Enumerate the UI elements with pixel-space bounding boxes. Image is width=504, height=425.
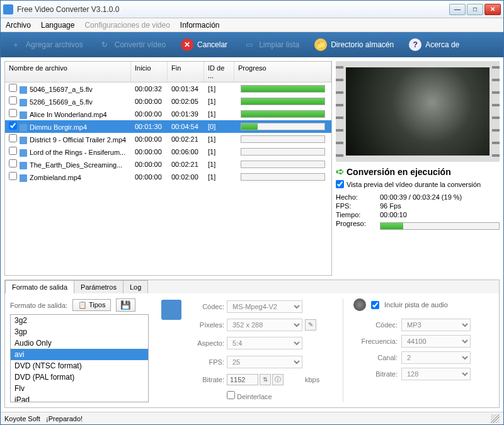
row-checkbox[interactable] bbox=[9, 109, 17, 117]
overall-progress bbox=[380, 222, 500, 230]
table-header: Nombre de archivo Inicio Fin ID de ... P… bbox=[5, 62, 331, 82]
resize-grip[interactable] bbox=[491, 414, 500, 423]
audio-canal-select[interactable]: 2 bbox=[401, 351, 471, 364]
table-row[interactable]: 5046_15697_a_5.flv00:00:3200:01:34[1] bbox=[5, 82, 331, 95]
folder-icon: 📁 bbox=[314, 38, 327, 51]
format-item[interactable]: 3g2 bbox=[11, 315, 148, 326]
format-label: Formato de salida: bbox=[10, 302, 67, 309]
pixels-edit-button[interactable]: ✎ bbox=[305, 319, 316, 331]
table-row[interactable]: Alice In Wonderland.mp400:00:0000:01:39[… bbox=[5, 108, 331, 120]
cancel-button[interactable]: ✕Cancelar bbox=[175, 35, 234, 55]
file-icon bbox=[20, 137, 27, 144]
bitrate-stepper[interactable]: ⇅ bbox=[260, 374, 271, 385]
row-progress bbox=[241, 98, 325, 105]
audio-freq-select[interactable]: 44100 bbox=[401, 335, 471, 348]
video-pixels-select[interactable]: 352 x 288 bbox=[227, 319, 302, 331]
save-format-button[interactable]: 💾 bbox=[116, 298, 135, 312]
row-checkbox[interactable] bbox=[9, 122, 17, 130]
format-item[interactable]: DVD (NTSC format) bbox=[11, 360, 148, 371]
row-progress bbox=[241, 148, 325, 156]
table-row[interactable]: District 9 - Official Trailer 2.mp400:00… bbox=[5, 133, 331, 145]
table-row[interactable]: Zombieland.mp400:00:0000:02:00[1] bbox=[5, 171, 331, 183]
file-table[interactable]: Nombre de archivo Inicio Fin ID de ... P… bbox=[4, 61, 332, 276]
storage-dir-button[interactable]: 📁Directorio almacén bbox=[308, 35, 400, 55]
file-icon bbox=[20, 174, 27, 182]
bitrate-info-button[interactable]: ⓘ bbox=[272, 374, 284, 385]
fps-label: FPS: bbox=[336, 202, 380, 210]
menu-archivo[interactable]: Archivo bbox=[6, 21, 31, 30]
row-progress bbox=[241, 135, 325, 143]
menu-info[interactable]: Información bbox=[180, 21, 220, 30]
status-vendor: Koyote Soft bbox=[4, 415, 40, 422]
add-files-button: ＋Agregar archivos bbox=[3, 35, 89, 55]
arrow-right-icon: ➪ bbox=[336, 166, 344, 178]
preview-panel: ➪Conversión en ejecución Vista previa de… bbox=[336, 61, 500, 276]
tab-log[interactable]: Log bbox=[123, 280, 148, 293]
file-icon bbox=[20, 149, 27, 157]
format-item[interactable]: Flv bbox=[11, 383, 148, 394]
row-progress bbox=[241, 173, 325, 181]
video-bitrate-input[interactable] bbox=[227, 374, 258, 385]
video-codec-select[interactable]: MS-Mpeg4-V2 bbox=[227, 300, 302, 313]
help-icon: ? bbox=[409, 38, 421, 51]
table-row[interactable]: The_Earth_Dies_Screaming...00:00:0000:02… bbox=[5, 158, 331, 171]
fps-value: 96 Fps bbox=[380, 202, 500, 210]
row-checkbox[interactable] bbox=[9, 84, 17, 92]
tab-parametros[interactable]: Parámetros bbox=[74, 280, 123, 293]
video-preview bbox=[336, 61, 500, 162]
format-list[interactable]: 3g23gpAudio OnlyaviDVD (NTSC format)DVD … bbox=[10, 314, 149, 402]
col-id[interactable]: ID de ... bbox=[204, 62, 234, 82]
clear-list-button: ▭Limpiar lista bbox=[236, 35, 306, 55]
row-checkbox[interactable] bbox=[9, 96, 17, 105]
row-checkbox[interactable] bbox=[9, 134, 17, 142]
col-end[interactable]: Fin bbox=[168, 62, 204, 82]
progreso-label: Progreso: bbox=[336, 220, 380, 230]
menu-language[interactable]: Language bbox=[41, 21, 74, 30]
deinterlace-checkbox[interactable] bbox=[227, 391, 235, 399]
tiempo-label: Tiempo: bbox=[336, 211, 380, 218]
tabs: Formato de salida Parámetros Log bbox=[5, 280, 499, 293]
row-checkbox[interactable] bbox=[9, 159, 17, 167]
tab-formato[interactable]: Formato de salida bbox=[5, 280, 74, 293]
clear-icon: ▭ bbox=[243, 38, 255, 51]
row-checkbox[interactable] bbox=[9, 147, 17, 155]
format-item[interactable]: avi bbox=[11, 349, 148, 360]
format-item[interactable]: 3gp bbox=[11, 326, 148, 337]
hecho-label: Hecho: bbox=[336, 193, 380, 201]
minimize-button[interactable]: — bbox=[449, 4, 466, 15]
video-fps-select[interactable]: 25 bbox=[227, 356, 302, 368]
col-filename[interactable]: Nombre de archivo bbox=[5, 62, 131, 82]
refresh-icon: ↻ bbox=[98, 38, 111, 51]
row-checkbox[interactable] bbox=[9, 172, 17, 180]
window-title: Free Video Converter V3.1.0.0 bbox=[17, 5, 449, 14]
app-icon bbox=[3, 4, 13, 14]
status-title: ➪Conversión en ejecución bbox=[336, 166, 500, 178]
file-icon bbox=[20, 162, 27, 169]
audio-bitrate-select[interactable]: 128 bbox=[401, 368, 471, 380]
cancel-icon: ✕ bbox=[181, 38, 193, 51]
status-message: ¡Preparado! bbox=[46, 415, 83, 422]
format-item[interactable]: Audio Only bbox=[11, 337, 148, 349]
table-row[interactable]: Lord of the Rings - Ensiferum...00:00:00… bbox=[5, 145, 331, 158]
file-icon bbox=[20, 86, 27, 94]
format-item[interactable]: DVD (PAL format) bbox=[11, 371, 148, 383]
table-row[interactable]: 5286_15669_a_5.flv00:00:0000:02:05[1] bbox=[5, 95, 331, 108]
about-button[interactable]: ?Acerca de bbox=[403, 35, 466, 55]
format-item[interactable]: iPad bbox=[11, 394, 148, 402]
menu-config: Configuraciones de video bbox=[84, 21, 169, 30]
col-start[interactable]: Inicio bbox=[131, 62, 168, 82]
include-audio-checkbox[interactable] bbox=[371, 301, 379, 309]
preview-checkbox[interactable]: Vista previa del vídeo durante la conver… bbox=[336, 180, 500, 188]
plus-icon: ＋ bbox=[9, 38, 22, 51]
file-icon bbox=[20, 111, 27, 119]
close-button[interactable]: ✕ bbox=[484, 4, 501, 15]
row-progress bbox=[241, 85, 325, 93]
bottom-panel: Formato de salida Parámetros Log Formato… bbox=[4, 280, 500, 408]
audio-codec-select[interactable]: MP3 bbox=[401, 319, 471, 331]
col-progress[interactable]: Progreso bbox=[234, 62, 331, 82]
maximize-button[interactable]: □ bbox=[467, 4, 483, 15]
table-row[interactable]: Dimmu Borgir.mp400:01:3000:04:54[0] bbox=[5, 120, 331, 133]
app-window: Free Video Converter V3.1.0.0 — □ ✕ Arch… bbox=[0, 0, 504, 425]
video-aspect-select[interactable]: 5:4 bbox=[227, 337, 302, 349]
tipos-button[interactable]: 📋 Tipos bbox=[72, 299, 111, 311]
